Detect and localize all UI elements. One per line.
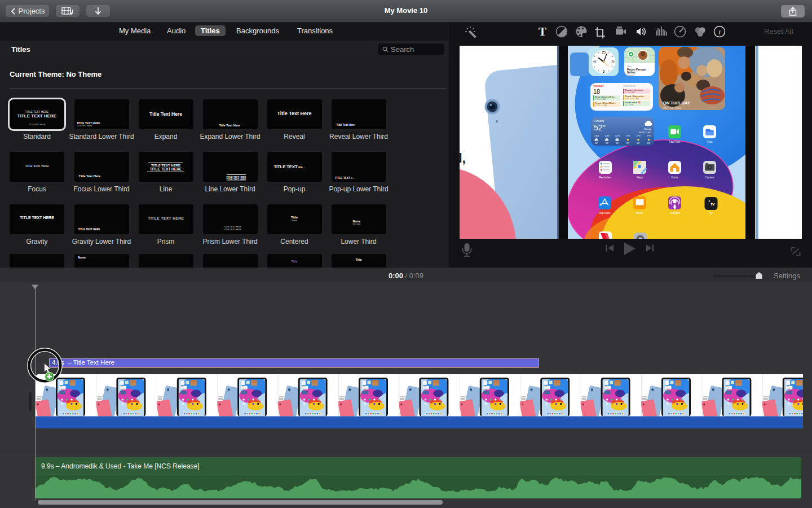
svg-text:N,: N, [460,151,466,165]
svg-text:TV: TV [709,212,713,215]
svg-text:57°: 57° [626,142,630,144]
svg-text:1PM: 1PM [626,135,630,137]
svg-text:18: 18 [593,88,600,95]
svg-text:60°: 60° [637,142,640,144]
svg-text:52°: 52° [595,142,598,144]
svg-text:3: 3 [611,60,614,64]
svg-text:TOMORROW: TOMORROW [623,85,636,87]
svg-text:12PM: 12PM [615,135,620,137]
svg-text:App Store: App Store [599,212,611,214]
svg-text:Camera: Camera [705,176,714,179]
svg-text:53°: 53° [606,142,609,144]
svg-text:Files: Files [707,141,713,143]
svg-text:6: 6 [603,69,605,73]
svg-text:Portland: Portland [594,120,604,122]
svg-text:OCT 14, 2021: OCT 14, 2021 [663,106,681,110]
svg-text:10:15–11 AM: 10:15–11 AM [595,104,607,107]
svg-text:11AM: 11AM [604,135,610,137]
svg-text:Reminders: Reminders [599,176,612,179]
svg-text:Maps: Maps [637,176,643,179]
svg-text:12: 12 [602,51,606,55]
svg-text:9: 9 [594,60,596,64]
svg-text:Home: Home [671,176,678,179]
svg-text:T: T [539,25,546,38]
svg-text:Cloudy: Cloudy [644,128,652,130]
svg-text:3PM: 3PM [647,135,651,137]
svg-text:Podcasts: Podcasts [669,212,681,214]
svg-text:12–1 PM: 12–1 PM [625,104,633,106]
svg-text:2PM: 2PM [637,135,641,137]
svg-text:TUESDAY: TUESDAY [593,85,604,87]
svg-text:9–9:30 AM: 9–9:30 AM [625,91,635,94]
svg-text:Books: Books [636,212,643,214]
svg-text:9:30–10 AM: 9:30–10 AM [595,98,606,100]
svg-text:10AM: 10AM [594,135,599,137]
svg-text:i: i [718,28,721,36]
svg-text:H:64° L:46°: H:64° L:46° [639,131,651,134]
svg-text:9:45–10:45 AM: 9:45–10:45 AM [625,98,639,100]
svg-text:tv: tv [710,202,715,207]
svg-text:52°: 52° [594,123,606,132]
svg-text:63°: 63° [647,142,651,144]
svg-text:55°: 55° [616,142,619,144]
svg-text:ON THIS DAY: ON THIS DAY [663,100,690,106]
svg-text:FaceTime: FaceTime [669,141,681,143]
